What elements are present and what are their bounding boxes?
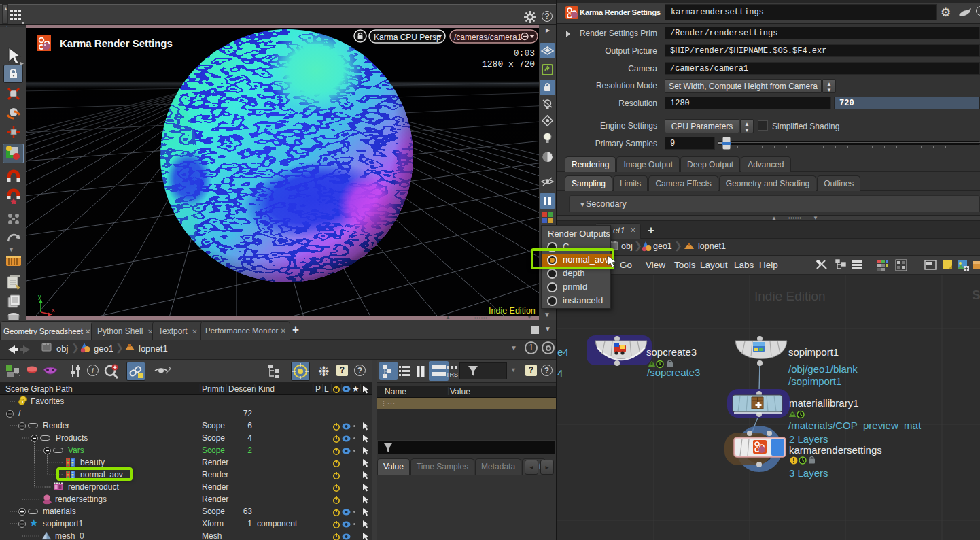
svg-text:Karma Render Settings: Karma Render Settings (60, 37, 173, 49)
svg-text:y: y (38, 293, 41, 300)
svg-text:/sopimport1: /sopimport1 (788, 375, 841, 387)
svg-text:sopcreate3: sopcreate3 (646, 346, 697, 358)
svg-text:karmarendersettings: karmarendersettings (789, 444, 882, 456)
svg-text:x: x (52, 307, 55, 314)
svg-text:/cameras/camera1: /cameras/camera1 (454, 33, 522, 42)
svg-text:2 Layers: 2 Layers (789, 433, 828, 445)
svg-text:/materials/COP_preview_mat: /materials/COP_preview_mat (788, 420, 922, 431)
svg-text:sopimport1: sopimport1 (788, 346, 839, 358)
svg-text:/obj/geo1/blank: /obj/geo1/blank (788, 363, 858, 375)
svg-text:S: S (972, 288, 980, 302)
svg-text:Karma CPU Persp: Karma CPU Persp (374, 33, 441, 42)
svg-text:0:03: 0:03 (514, 48, 535, 58)
svg-text:1280 x 720: 1280 x 720 (482, 59, 535, 69)
svg-text:4: 4 (557, 367, 563, 379)
svg-text:TRS: TRS (446, 371, 458, 378)
svg-text:3 Layers: 3 Layers (789, 467, 828, 479)
svg-text:e4: e4 (557, 346, 569, 358)
svg-text:/sopcreate3: /sopcreate3 (647, 367, 700, 378)
svg-text:Indie Edition: Indie Edition (754, 289, 826, 303)
svg-text:materiallibrary1: materiallibrary1 (789, 397, 859, 409)
